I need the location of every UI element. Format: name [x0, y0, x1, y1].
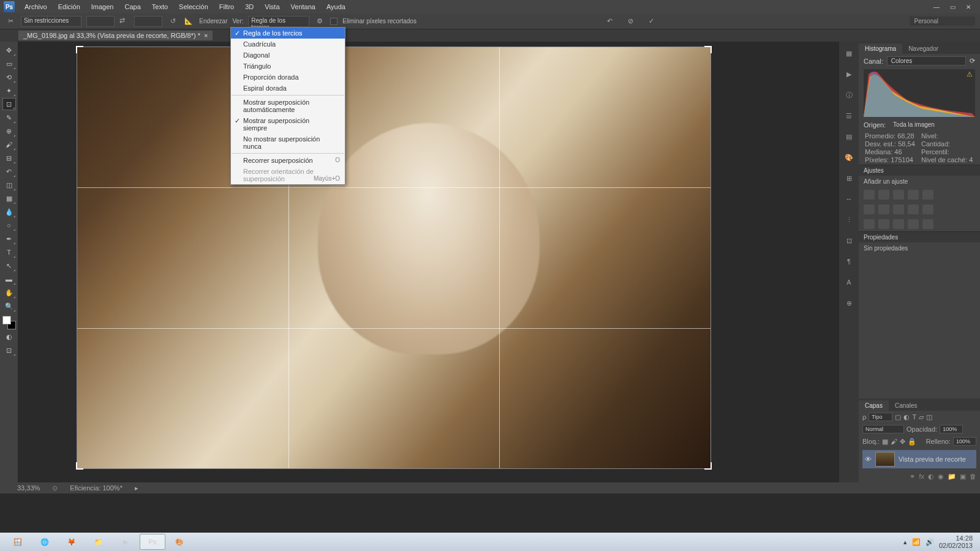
- trash-icon[interactable]: 🗑: [970, 473, 976, 481]
- history-brush-tool[interactable]: ↶: [2, 165, 16, 178]
- adj-lookup-icon[interactable]: [922, 204, 933, 214]
- clock[interactable]: 14:2802/02/2013: [939, 534, 975, 549]
- adj-bw-icon[interactable]: [878, 204, 889, 214]
- adj-hue-icon[interactable]: [864, 204, 875, 214]
- width-input[interactable]: [86, 16, 115, 27]
- delete-pixels-check[interactable]: [330, 18, 337, 25]
- dd-cuadricula[interactable]: Cuadrícula: [231, 39, 345, 50]
- photoshop-taskbar-icon[interactable]: Ps: [140, 534, 165, 550]
- eraser-tool[interactable]: ◫: [2, 179, 16, 191]
- gradient-tool[interactable]: ▦: [2, 192, 16, 204]
- ie-icon[interactable]: 🌐: [32, 534, 58, 550]
- dd-cycle-orient[interactable]: Recorrer orientación de superposiciónMay…: [231, 166, 345, 184]
- firefox-icon[interactable]: 🦊: [59, 534, 85, 550]
- document-tab[interactable]: _MG_0198.jpg al 33,3% (Vista previa de r…: [18, 31, 213, 40]
- tab-close-icon[interactable]: ×: [204, 32, 208, 39]
- canvas-area[interactable]: [18, 42, 839, 482]
- visibility-icon[interactable]: 👁: [865, 455, 872, 463]
- crop-handle-br[interactable]: [704, 462, 712, 470]
- eyedropper-tool[interactable]: ✎: [2, 111, 16, 124]
- straighten-icon[interactable]: 📐: [183, 16, 194, 27]
- props-header[interactable]: Propiedades: [859, 231, 980, 242]
- ajustes-header[interactable]: Ajustes: [859, 165, 980, 176]
- panel-icon-13[interactable]: ⊕: [842, 296, 856, 310]
- pen-tool[interactable]: ✒: [2, 233, 16, 245]
- adj-vibrance-icon[interactable]: [922, 190, 933, 200]
- panel-icon-12[interactable]: A: [842, 276, 856, 289]
- crop-tool-icon[interactable]: ✂: [5, 16, 16, 27]
- panel-icon-4[interactable]: ☰: [842, 109, 856, 122]
- path-tool[interactable]: ↖: [2, 260, 16, 272]
- dd-cycle-overlay[interactable]: Recorrer superposiciónO: [231, 155, 345, 166]
- group-icon[interactable]: 📁: [948, 473, 956, 481]
- adj-photo-icon[interactable]: [893, 204, 904, 214]
- fx-icon[interactable]: fx: [919, 473, 924, 481]
- menu-seleccion[interactable]: Selección: [174, 1, 213, 12]
- commit-crop-icon[interactable]: ✓: [646, 16, 657, 27]
- adj-selcolor-icon[interactable]: [922, 219, 933, 229]
- clear-icon[interactable]: ↺: [167, 16, 178, 27]
- overlay-select[interactable]: Regla de los tercios: [248, 16, 309, 27]
- color-swatches[interactable]: [2, 316, 16, 329]
- adj-brightness-icon[interactable]: [864, 190, 875, 200]
- adj-curves-icon[interactable]: [893, 190, 904, 200]
- adj-gradmap-icon[interactable]: [908, 219, 919, 229]
- dodge-tool[interactable]: ○: [2, 219, 16, 231]
- menu-ayuda[interactable]: Ayuda: [322, 1, 350, 12]
- dd-auto-overlay[interactable]: Mostrar superposición automáticamente: [231, 97, 345, 115]
- dd-triangulo[interactable]: Triángulo: [231, 61, 345, 72]
- dd-never-overlay[interactable]: No mostrar superposición nunca: [231, 133, 345, 152]
- opacity-input[interactable]: 100%: [940, 425, 963, 433]
- lock-all-icon[interactable]: 🔒: [908, 438, 916, 446]
- filter-smart-icon[interactable]: ◫: [926, 413, 932, 421]
- filter-shape-icon[interactable]: ▱: [919, 413, 924, 421]
- heal-tool[interactable]: ⊕: [2, 125, 16, 137]
- explorer-icon[interactable]: 📁: [86, 534, 111, 550]
- panel-icon-9[interactable]: ⋮: [842, 213, 856, 227]
- hand-tool[interactable]: ✋: [2, 287, 16, 299]
- kind-filter-icon[interactable]: ρ: [862, 413, 866, 421]
- maximize-icon[interactable]: ▭: [944, 1, 960, 12]
- menu-texto[interactable]: Texto: [147, 1, 173, 12]
- link-layers-icon[interactable]: ⚭: [910, 473, 915, 481]
- adj-thresh-icon[interactable]: [893, 219, 904, 229]
- zoom-readout[interactable]: 33,33%: [17, 484, 40, 492]
- mask-icon[interactable]: ◐: [928, 473, 934, 481]
- cancel-crop-icon[interactable]: ⊘: [625, 16, 636, 27]
- workspace-select[interactable]: Personal: [910, 17, 975, 26]
- tab-canales[interactable]: Canales: [889, 400, 924, 411]
- panel-icon-10[interactable]: ⊡: [842, 234, 856, 247]
- network-icon[interactable]: 📶: [912, 538, 921, 546]
- filter-img-icon[interactable]: ▢: [895, 413, 901, 421]
- menu-archivo[interactable]: Archivo: [20, 1, 52, 12]
- adj-mixer-icon[interactable]: [908, 204, 919, 214]
- crop-handle-tl[interactable]: [76, 46, 83, 53]
- warning-icon[interactable]: ⚠: [967, 70, 973, 78]
- crop-tool[interactable]: ⊡: [2, 98, 16, 110]
- type-tool[interactable]: T: [2, 246, 16, 258]
- dd-espiral-dorada[interactable]: Espiral dorada: [231, 83, 345, 94]
- fill-input[interactable]: 100%: [953, 437, 976, 446]
- tray-up-icon[interactable]: ▴: [903, 538, 907, 546]
- paint-icon[interactable]: 🎨: [167, 534, 192, 550]
- tab-histograma[interactable]: Histograma: [859, 43, 902, 54]
- menu-capa[interactable]: Capa: [119, 1, 145, 12]
- layer-thumbnail[interactable]: [875, 452, 895, 467]
- document-canvas[interactable]: [77, 47, 711, 469]
- dd-diagonal[interactable]: Diagonal: [231, 50, 345, 61]
- wand-tool[interactable]: ✦: [2, 84, 16, 97]
- new-adj-icon[interactable]: ◉: [938, 473, 944, 481]
- canal-select[interactable]: Colores: [887, 56, 966, 66]
- layer-row[interactable]: 👁 Vista previa de recorte: [862, 450, 976, 468]
- new-layer-icon[interactable]: ▣: [960, 473, 966, 481]
- kind-select[interactable]: Tipo: [869, 413, 892, 421]
- panel-icon-1[interactable]: ▦: [842, 47, 856, 60]
- panel-icon-2[interactable]: ▶: [842, 67, 856, 81]
- tab-navegador[interactable]: Navegador: [902, 43, 944, 54]
- reset-icon[interactable]: ↶: [605, 16, 616, 27]
- tab-capas[interactable]: Capas: [859, 400, 889, 411]
- height-input[interactable]: [134, 16, 162, 27]
- crop-handle-bl[interactable]: [76, 462, 83, 470]
- menu-3d[interactable]: 3D: [240, 1, 258, 12]
- panel-icon-8[interactable]: ↔: [842, 192, 856, 206]
